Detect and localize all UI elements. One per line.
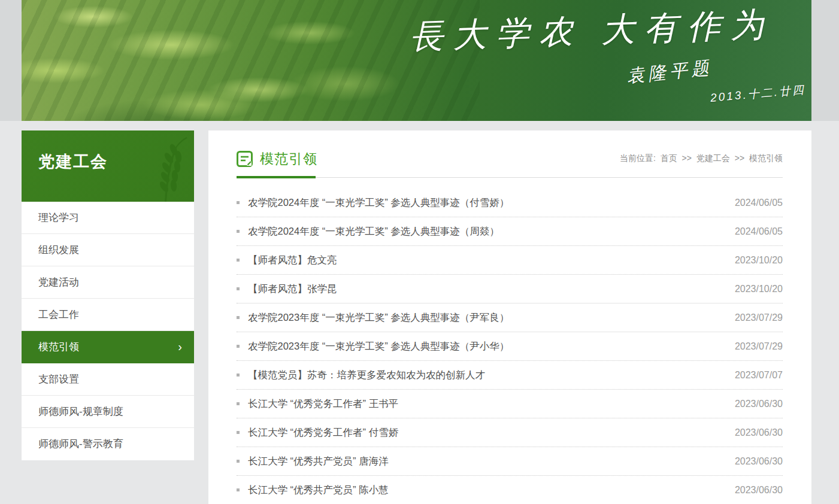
chevron-right-icon: ›: [178, 331, 182, 363]
breadcrumb-separator: >>: [735, 153, 744, 163]
list-item: 【师者风范】张学昆 2023/10/20: [237, 275, 783, 303]
article-title-link[interactable]: 长江大学 “优秀共产党员” 陈小慧: [248, 484, 720, 497]
article-title-link[interactable]: 【师者风范】张学昆: [248, 283, 720, 296]
article-date: 2023/06/30: [735, 427, 783, 438]
article-list: 农学院2024年度 “一束光学工奖” 参选人典型事迹（付雪娇） 2024/06/…: [237, 189, 783, 504]
article-date: 2023/07/07: [735, 370, 783, 381]
sidebar-item-label: 师德师风-规章制度: [38, 406, 123, 417]
banner-signature-date: 2013.十二.廿四: [710, 82, 805, 106]
section-divider-accent: [237, 176, 316, 178]
sidebar-item-ethics-warning[interactable]: 师德师风-警示教育: [22, 428, 194, 460]
sidebar-item-label: 师德师风-警示教育: [38, 438, 123, 450]
breadcrumb: 当前位置: 首页 >> 党建工会 >> 模范引领: [617, 153, 783, 164]
main-header: 模范引领 当前位置: 首页 >> 党建工会 >> 模范引领: [208, 130, 811, 178]
article-date: 2023/10/20: [735, 255, 783, 266]
sidebar-item-org-development[interactable]: 组织发展: [22, 234, 194, 266]
sidebar-item-ethics-rules[interactable]: 师德师风-规章制度: [22, 396, 194, 428]
sidebar-item-branch-setup[interactable]: 支部设置: [22, 363, 194, 396]
sidebar: 党建工会 理论学习 组织发展 党建活动: [22, 130, 194, 460]
bullet-icon: [237, 488, 240, 491]
sidebar-item-label: 工会工作: [38, 309, 79, 320]
article-date: 2023/10/20: [735, 284, 783, 294]
list-item: 农学院2023年度 “一束光学工奖” 参选人典型事迹（尹军良） 2023/07/…: [237, 303, 783, 332]
bullet-icon: [237, 374, 240, 377]
sidebar-item-union-work[interactable]: 工会工作: [22, 299, 194, 331]
breadcrumb-current: 模范引领: [749, 153, 783, 163]
bullet-icon: [237, 316, 240, 319]
section-divider: [237, 177, 783, 178]
list-item: 农学院2024年度 “一束光学工奖” 参选人典型事迹（付雪娇） 2024/06/…: [237, 189, 783, 217]
bullet-icon: [237, 402, 240, 405]
article-date: 2023/06/30: [735, 399, 783, 409]
article-title-link[interactable]: 农学院2023年度 “一束光学工奖” 参选人典型事迹（尹小华）: [248, 340, 720, 353]
wheat-icon: [134, 136, 192, 202]
sidebar-item-model-leading[interactable]: 模范引领 ›: [22, 331, 194, 363]
list-item: 农学院2024年度 “一束光学工奖” 参选人典型事迹（周燚） 2024/06/0…: [237, 217, 783, 246]
article-title-link[interactable]: 长江大学 “优秀共产党员” 唐海洋: [248, 455, 720, 468]
article-title-link[interactable]: 长江大学 “优秀党务工作者” 王书平: [248, 397, 720, 411]
sidebar-item-party-activities[interactable]: 党建活动: [22, 266, 194, 299]
page-title: 模范引领: [260, 150, 317, 168]
bullet-icon: [237, 287, 240, 290]
banner-signature: 袁隆平题: [625, 56, 713, 89]
list-item: 农学院2023年度 “一束光学工奖” 参选人典型事迹（尹小华） 2023/07/…: [237, 332, 783, 361]
list-item: 【模范党员】苏奇：培养更多爱农知农为农的创新人才 2023/07/07: [237, 361, 783, 390]
article-date: 2023/07/29: [735, 341, 783, 352]
bullet-icon: [237, 460, 240, 463]
sidebar-title: 党建工会: [38, 151, 108, 172]
breadcrumb-separator: >>: [682, 153, 692, 163]
sidebar-nav: 理论学习 组织发展 党建活动 工会工作 模范引领 › 支部设置 师德师风-规章制…: [22, 202, 194, 460]
bullet-icon: [237, 431, 240, 434]
sidebar-item-label: 理论学习: [38, 212, 79, 223]
article-title-link[interactable]: 农学院2023年度 “一束光学工奖” 参选人典型事迹（尹军良）: [248, 311, 720, 324]
bullet-icon: [237, 230, 240, 233]
sidebar-item-theory-study[interactable]: 理论学习: [22, 202, 194, 234]
bullet-icon: [237, 201, 240, 204]
article-title-link[interactable]: 农学院2024年度 “一束光学工奖” 参选人典型事迹（周燚）: [248, 225, 720, 238]
article-date: 2024/06/05: [735, 198, 783, 208]
list-item: 长江大学 “优秀共产党员” 唐海洋 2023/06/30: [237, 447, 783, 476]
article-date: 2023/06/30: [735, 485, 783, 496]
article-title-link[interactable]: 【师者风范】危文亮: [248, 254, 720, 267]
breadcrumb-section[interactable]: 党建工会: [696, 153, 730, 163]
document-icon: [237, 151, 253, 167]
bullet-icon: [237, 259, 240, 262]
sidebar-item-label: 支部设置: [38, 374, 79, 385]
article-date: 2023/07/29: [735, 312, 783, 323]
list-item: 长江大学 “优秀共产党员” 陈小慧 2023/06/30: [237, 476, 783, 504]
article-title-link[interactable]: 【模范党员】苏奇：培养更多爱农知农为农的创新人才: [248, 369, 720, 382]
sidebar-item-label: 组织发展: [38, 244, 79, 256]
banner: 長大学农 大有作为 袁隆平题 2013.十二.廿四: [22, 0, 811, 121]
article-title-link[interactable]: 农学院2024年度 “一束光学工奖” 参选人典型事迹（付雪娇）: [248, 196, 720, 210]
list-item: 长江大学 “优秀党务工作者” 王书平 2023/06/30: [237, 390, 783, 418]
sidebar-item-label: 模范引领: [38, 341, 79, 353]
main-panel: 模范引领 当前位置: 首页 >> 党建工会 >> 模范引领 农学院2024年度 …: [208, 130, 811, 504]
list-item: 长江大学 “优秀党务工作者” 付雪娇 2023/06/30: [237, 418, 783, 447]
banner-calligraphy: 長大学农 大有作为: [409, 2, 770, 60]
list-item: 【师者风范】危文亮 2023/10/20: [237, 246, 783, 275]
sidebar-item-label: 党建活动: [38, 277, 79, 288]
bullet-icon: [237, 345, 240, 348]
article-date: 2023/06/30: [735, 456, 783, 467]
article-title-link[interactable]: 长江大学 “优秀党务工作者” 付雪娇: [248, 426, 720, 439]
article-date: 2024/06/05: [735, 226, 783, 237]
sidebar-header: 党建工会: [22, 130, 194, 202]
breadcrumb-home[interactable]: 首页: [661, 153, 677, 163]
breadcrumb-prefix: 当前位置:: [620, 153, 656, 163]
